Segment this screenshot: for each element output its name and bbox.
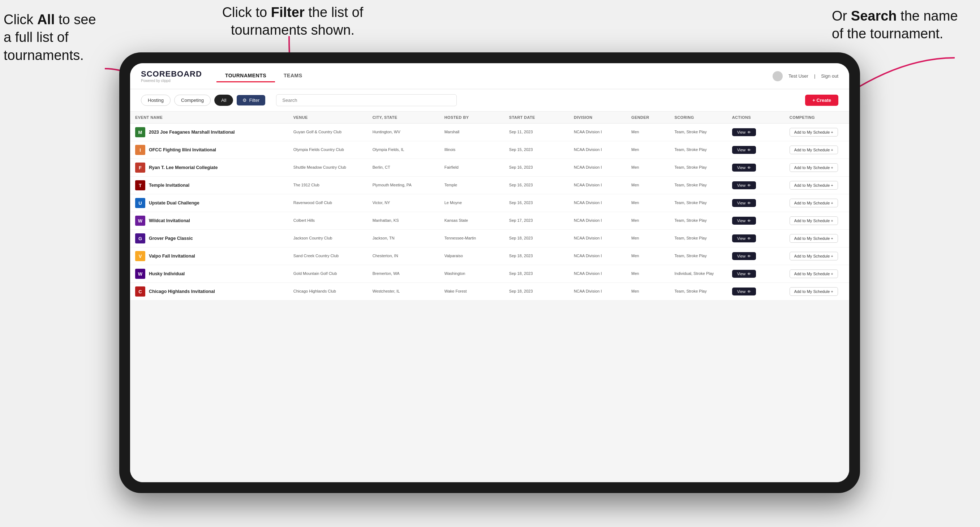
- table-container: EVENT NAME VENUE CITY, STATE HOSTED BY S…: [130, 112, 849, 482]
- add-schedule-button-1[interactable]: Add to My Schedule +: [789, 146, 838, 154]
- competing-cell-1: Add to My Schedule +: [784, 141, 849, 159]
- venue-cell-5: Colbert Hills: [288, 212, 368, 230]
- event-name-cell-3: T Temple Invitational: [130, 177, 288, 194]
- annotation-topcenter: Click to Filter the list oftournaments s…: [191, 3, 394, 40]
- view-button-0[interactable]: View 👁: [732, 128, 756, 136]
- add-schedule-button-3[interactable]: Add to My Schedule +: [789, 181, 838, 190]
- app-header: SCOREBOARD Powered by clippd TOURNAMENTS…: [130, 63, 849, 89]
- venue-cell-2: Shuttle Meadow Country Club: [288, 159, 368, 177]
- search-input[interactable]: [276, 94, 457, 106]
- competing-cell-6: Add to My Schedule +: [784, 230, 849, 248]
- event-name-cell-8: W Husky Individual: [130, 265, 288, 283]
- scoring-cell-0: Team, Stroke Play: [669, 124, 727, 141]
- table-row: F Ryan T. Lee Memorial Collegiate Shuttl…: [130, 159, 849, 177]
- sign-out-link[interactable]: Sign out: [821, 73, 838, 79]
- competing-filter-btn[interactable]: Competing: [174, 95, 211, 106]
- division-cell-5: NCAA Division I: [569, 212, 626, 230]
- view-icon-2: 👁: [747, 166, 751, 170]
- division-cell-1: NCAA Division I: [569, 141, 626, 159]
- filter-btn-label: Filter: [249, 97, 259, 103]
- add-schedule-button-8[interactable]: Add to My Schedule +: [789, 270, 838, 278]
- event-name-text-4: Upstate Dual Challenge: [149, 200, 199, 206]
- nav-tabs: TOURNAMENTS TEAMS: [216, 70, 311, 83]
- scoring-cell-2: Team, Stroke Play: [669, 159, 727, 177]
- view-button-2[interactable]: View 👁: [732, 163, 756, 171]
- event-name-text-3: Temple Invitational: [149, 183, 189, 188]
- date-cell-6: Sep 18, 2023: [504, 230, 569, 248]
- view-button-1[interactable]: View 👁: [732, 146, 756, 154]
- hosted-cell-9: Wake Forest: [439, 283, 504, 300]
- city-cell-8: Bremerton, WA: [368, 265, 439, 283]
- date-cell-2: Sep 16, 2023: [504, 159, 569, 177]
- division-cell-7: NCAA Division I: [569, 248, 626, 265]
- add-schedule-button-4[interactable]: Add to My Schedule +: [789, 198, 838, 207]
- col-header-city: CITY, STATE: [368, 112, 439, 124]
- team-logo-9: C: [135, 286, 145, 297]
- hosting-filter-btn[interactable]: Hosting: [141, 95, 170, 106]
- view-icon-4: 👁: [747, 201, 751, 205]
- view-icon-9: 👁: [747, 290, 751, 294]
- view-button-9[interactable]: View 👁: [732, 287, 756, 295]
- header-right: Test User | Sign out: [773, 71, 838, 81]
- event-name-text-1: OFCC Fighting Illini Invitational: [149, 148, 216, 152]
- logo-text: SCOREBOARD: [141, 69, 202, 79]
- nav-tab-tournaments[interactable]: TOURNAMENTS: [216, 70, 275, 83]
- logo-area: SCOREBOARD Powered by clippd: [141, 69, 202, 83]
- hosted-cell-6: Tennessee-Martin: [439, 230, 504, 248]
- view-button-7[interactable]: View 👁: [732, 252, 756, 260]
- competing-cell-9: Add to My Schedule +: [784, 283, 849, 300]
- add-schedule-button-5[interactable]: Add to My Schedule +: [789, 216, 838, 225]
- gender-cell-7: Men: [626, 248, 669, 265]
- add-schedule-button-6[interactable]: Add to My Schedule +: [789, 234, 838, 243]
- city-cell-7: Chesterton, IN: [368, 248, 439, 265]
- view-icon-1: 👁: [747, 148, 751, 152]
- table-row: M 2023 Joe Feaganes Marshall Invitationa…: [130, 124, 849, 141]
- table-row: G Grover Page Classic Jackson Country Cl…: [130, 230, 849, 248]
- date-cell-5: Sep 17, 2023: [504, 212, 569, 230]
- user-avatar: [773, 71, 783, 81]
- tablet-screen: SCOREBOARD Powered by clippd TOURNAMENTS…: [130, 63, 849, 482]
- date-cell-3: Sep 16, 2023: [504, 177, 569, 194]
- event-name-text-6: Grover Page Classic: [149, 236, 193, 241]
- view-button-5[interactable]: View 👁: [732, 217, 756, 225]
- actions-cell-9: View 👁: [727, 283, 784, 300]
- view-button-6[interactable]: View 👁: [732, 235, 756, 242]
- add-schedule-button-7[interactable]: Add to My Schedule +: [789, 252, 838, 260]
- col-header-competing: COMPETING: [784, 112, 849, 124]
- competing-cell-7: Add to My Schedule +: [784, 248, 849, 265]
- division-cell-8: NCAA Division I: [569, 265, 626, 283]
- all-filter-btn[interactable]: All: [214, 95, 233, 106]
- scoring-cell-6: Team, Stroke Play: [669, 230, 727, 248]
- filter-icon-button[interactable]: ⚙ Filter: [237, 95, 265, 105]
- date-cell-7: Sep 18, 2023: [504, 248, 569, 265]
- hosted-cell-0: Marshall: [439, 124, 504, 141]
- competing-cell-5: Add to My Schedule +: [784, 212, 849, 230]
- create-button[interactable]: + Create: [805, 95, 838, 106]
- view-button-3[interactable]: View 👁: [732, 181, 756, 189]
- add-schedule-button-0[interactable]: Add to My Schedule +: [789, 128, 838, 137]
- nav-tab-teams[interactable]: TEAMS: [275, 70, 311, 83]
- event-name-text-7: Valpo Fall Invitational: [149, 254, 195, 259]
- scoring-cell-5: Team, Stroke Play: [669, 212, 727, 230]
- add-schedule-button-9[interactable]: Add to My Schedule +: [789, 287, 838, 296]
- view-button-8[interactable]: View 👁: [732, 270, 756, 278]
- venue-cell-9: Chicago Highlands Club: [288, 283, 368, 300]
- hosted-cell-3: Temple: [439, 177, 504, 194]
- add-schedule-button-2[interactable]: Add to My Schedule +: [789, 163, 838, 172]
- table-header-row: EVENT NAME VENUE CITY, STATE HOSTED BY S…: [130, 112, 849, 124]
- actions-cell-0: View 👁: [727, 124, 784, 141]
- actions-cell-6: View 👁: [727, 230, 784, 248]
- user-name: Test User: [789, 73, 808, 79]
- city-cell-1: Olympia Fields, IL: [368, 141, 439, 159]
- view-icon-7: 👁: [747, 254, 751, 258]
- competing-cell-2: Add to My Schedule +: [784, 159, 849, 177]
- actions-cell-3: View 👁: [727, 177, 784, 194]
- view-button-4[interactable]: View 👁: [732, 199, 756, 207]
- team-logo-7: V: [135, 251, 145, 261]
- filter-icon: ⚙: [242, 97, 247, 103]
- venue-cell-6: Jackson Country Club: [288, 230, 368, 248]
- table-row: U Upstate Dual Challenge Ravenwood Golf …: [130, 194, 849, 212]
- division-cell-3: NCAA Division I: [569, 177, 626, 194]
- event-name-cell-2: F Ryan T. Lee Memorial Collegiate: [130, 159, 288, 177]
- scoring-cell-1: Team, Stroke Play: [669, 141, 727, 159]
